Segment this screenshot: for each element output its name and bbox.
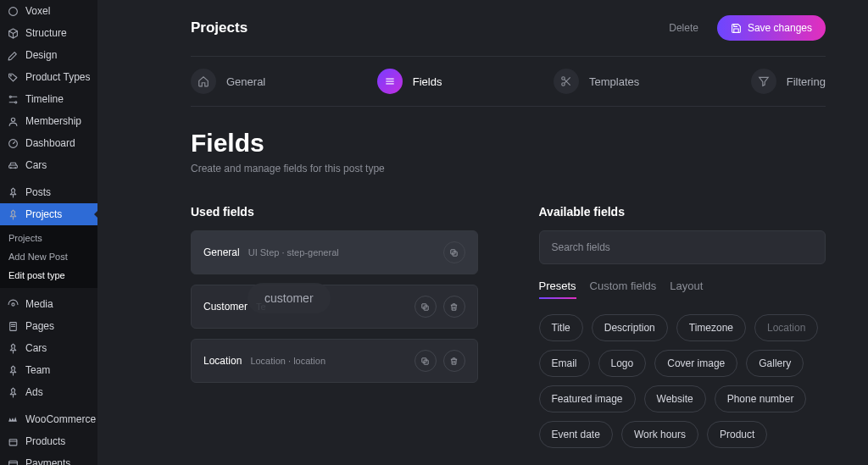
sidebar-item-product-types[interactable]: Product Types — [0, 66, 97, 88]
sidebar-item-label: Projects — [25, 208, 62, 220]
sidebar-sub-add-new-post[interactable]: Add New Post — [0, 247, 97, 266]
sidebar-item-media[interactable]: Media — [0, 293, 97, 315]
tab-filtering[interactable]: Filtering — [751, 69, 826, 94]
sidebar-item-label: Media — [25, 298, 53, 310]
box-icon — [7, 435, 19, 447]
chip-featured-image[interactable]: Featured image — [539, 385, 636, 412]
sidebar-item-cars[interactable]: Cars — [0, 154, 97, 176]
tab-fields[interactable]: Fields — [377, 69, 442, 94]
sidebar-item-label: Ads — [25, 386, 43, 398]
field-label: General — [203, 246, 240, 258]
trash-button[interactable] — [443, 296, 465, 318]
chip-phone-number[interactable]: Phone number — [715, 385, 807, 412]
page-icon — [7, 320, 19, 332]
sidebar-item-design[interactable]: Design — [0, 44, 97, 66]
chip-cover-image[interactable]: Cover image — [654, 350, 737, 377]
sidebar-item-voxel[interactable]: Voxel — [0, 0, 97, 22]
timeline-icon — [7, 93, 19, 105]
sidebar-item-label: Dashboard — [25, 137, 75, 149]
chip-logo[interactable]: Logo — [598, 350, 647, 377]
tab-templates[interactable]: Templates — [554, 69, 639, 94]
pin-icon — [7, 342, 19, 354]
sidebar-item-woocommerce[interactable]: WooCommerce — [0, 408, 97, 430]
sidebar-item-membership[interactable]: Membership — [0, 110, 97, 132]
chip-event-date[interactable]: Event date — [539, 421, 613, 448]
search-input[interactable] — [539, 230, 826, 264]
used-fields-list: GeneralUI Step · step-generalCustomerTec… — [191, 230, 478, 383]
chip-gallery[interactable]: Gallery — [746, 350, 804, 377]
tab-label: General — [226, 75, 265, 88]
card-icon — [7, 457, 19, 465]
filter-tab-presets[interactable]: Presets — [539, 280, 576, 299]
field-meta: Te — [256, 302, 266, 312]
chip-website[interactable]: Website — [644, 385, 706, 412]
sidebar-item-pages[interactable]: Pages — [0, 315, 97, 337]
sidebar-item-cars[interactable]: Cars — [0, 337, 97, 359]
sidebar-item-label: Cars — [25, 159, 47, 171]
svg-point-0 — [8, 7, 17, 15]
chip-product[interactable]: Product — [707, 421, 767, 448]
sidebar-item-label: Design — [25, 49, 57, 61]
tab-label: Filtering — [787, 75, 826, 88]
scissors-icon — [554, 69, 579, 94]
field-label: Location — [203, 355, 242, 367]
chip-title[interactable]: Title — [539, 314, 583, 341]
pin-icon — [7, 208, 19, 220]
preset-chips: TitleDescriptionTimezoneLocationEmailLog… — [539, 314, 826, 448]
header-actions: Delete Save changes — [669, 15, 826, 41]
field-meta: Location · location — [250, 356, 326, 366]
field-card-customer[interactable]: CustomerTecustomer — [191, 285, 478, 329]
sidebar-item-timeline[interactable]: Timeline — [0, 88, 97, 110]
sidebar-sub-edit-post-type[interactable]: Edit post type — [0, 266, 97, 285]
tab-general[interactable]: General — [191, 69, 265, 94]
page-title: Projects — [191, 19, 248, 36]
sidebar-item-dashboard[interactable]: Dashboard — [0, 132, 97, 154]
delete-button[interactable]: Delete — [669, 22, 698, 34]
filter-tab-custom-fields[interactable]: Custom fields — [590, 280, 657, 299]
sidebar-item-posts[interactable]: Posts — [0, 181, 97, 203]
tab-label: Fields — [413, 75, 442, 88]
sidebar-item-ads[interactable]: Ads — [0, 381, 97, 403]
field-actions — [415, 350, 465, 372]
sidebar-sub-projects[interactable]: Projects — [0, 229, 97, 247]
circle-icon — [7, 5, 19, 17]
chip-location: Location — [754, 314, 818, 341]
sidebar-item-products[interactable]: Products — [0, 430, 97, 452]
save-button[interactable]: Save changes — [717, 15, 826, 41]
media-icon — [7, 298, 19, 310]
copy-button[interactable] — [415, 296, 437, 318]
tab-label: Templates — [589, 75, 639, 88]
svg-point-1 — [10, 75, 11, 75]
sidebar-item-label: Pages — [25, 320, 54, 332]
funnel-icon — [751, 69, 776, 94]
sidebar-item-projects[interactable]: Projects — [0, 203, 97, 225]
brush-icon — [7, 49, 19, 61]
header: Projects Delete Save changes — [191, 15, 826, 41]
used-fields-heading: Used fields — [191, 205, 478, 219]
sidebar-item-label: Products — [25, 435, 65, 447]
sidebar-item-payments[interactable]: Payments — [0, 452, 97, 465]
svg-point-11 — [11, 302, 14, 305]
chip-work-hours[interactable]: Work hours — [621, 421, 698, 448]
trash-button[interactable] — [443, 350, 465, 372]
home-icon — [191, 69, 216, 94]
woocommerce-icon — [7, 413, 19, 425]
field-card-location[interactable]: LocationLocation · location — [191, 339, 478, 383]
menu-icon — [377, 69, 403, 94]
user-icon — [7, 115, 19, 127]
chip-email[interactable]: Email — [539, 350, 590, 377]
sidebar-submenu: ProjectsAdd New PostEdit post type — [0, 225, 97, 288]
copy-button[interactable] — [443, 241, 465, 263]
copy-button[interactable] — [415, 350, 437, 372]
field-actions — [443, 241, 465, 263]
sidebar-item-team[interactable]: Team — [0, 359, 97, 381]
field-actions — [415, 296, 465, 318]
columns: Used fields GeneralUI Step · step-genera… — [191, 205, 826, 448]
pin-icon — [7, 364, 19, 376]
filter-tab-layout[interactable]: Layout — [670, 280, 703, 299]
field-card-general[interactable]: GeneralUI Step · step-general — [191, 230, 478, 274]
chip-timezone[interactable]: Timezone — [676, 314, 746, 341]
filter-tabs: PresetsCustom fieldsLayout — [539, 280, 826, 299]
chip-description[interactable]: Description — [592, 314, 668, 341]
sidebar-item-structure[interactable]: Structure — [0, 22, 97, 44]
